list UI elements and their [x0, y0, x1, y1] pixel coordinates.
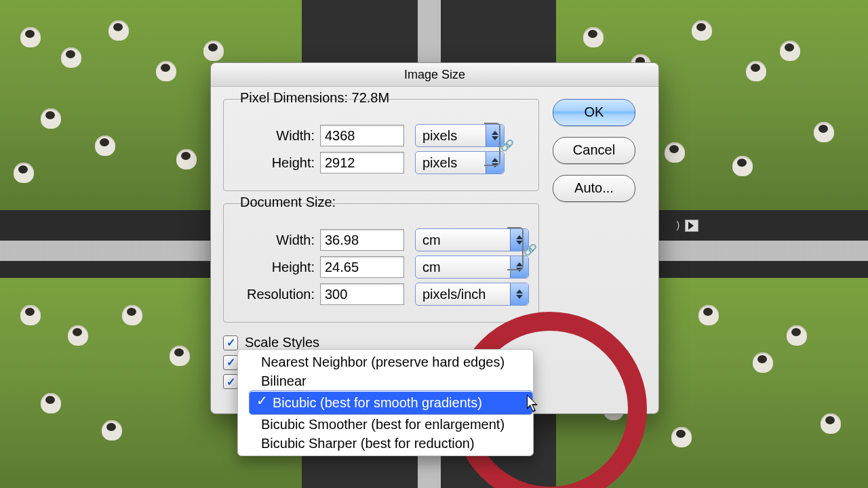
menu-item-bilinear[interactable]: Bilinear [238, 371, 533, 390]
pixel-dimensions-legend: Pixel Dimensions: 72.8M [237, 90, 392, 106]
resolution-input[interactable] [320, 283, 404, 305]
resolution-unit-value: pixels/inch [422, 287, 486, 302]
doc-height-unit-value: cm [422, 260, 441, 275]
px-height-input[interactable] [320, 152, 404, 174]
doc-height-input[interactable] [320, 256, 404, 278]
resolution-label: Resolution: [233, 287, 315, 302]
document-tab-suffix: ) [676, 220, 679, 230]
resolution-unit-select[interactable]: pixels/inch [415, 283, 529, 306]
doc-width-label: Width: [233, 232, 315, 248]
px-height-unit-value: pixels [422, 155, 457, 171]
doc-height-label: Height: [233, 260, 315, 275]
menu-item-bicubic-smoother[interactable]: Bicubic Smoother (best for enlargement) [238, 415, 533, 434]
mouse-cursor-icon [527, 394, 542, 415]
menu-item-nearest-neighbor[interactable]: Nearest Neighbor (preserve hard edges) [238, 352, 533, 371]
play-icon [688, 221, 694, 232]
checkbox-icon: ✓ [223, 336, 238, 350]
scale-styles-label: Scale Styles [245, 335, 319, 350]
scale-styles-checkbox[interactable]: ✓ Scale Styles [223, 335, 539, 350]
auto-button[interactable]: Auto... [553, 175, 635, 202]
checkmark-icon: ✓ [256, 392, 268, 409]
chain-link-icon: 🔗 [524, 243, 537, 256]
checkbox-icon: ✓ [223, 374, 238, 389]
menu-item-bicubic-sharper[interactable]: Bicubic Sharper (best for reduction) [238, 434, 533, 453]
checkbox-icon: ✓ [223, 355, 238, 370]
px-width-label: Width: [233, 128, 315, 144]
doc-width-unit-value: cm [422, 232, 441, 248]
px-width-unit-value: pixels [422, 128, 457, 144]
link-bracket-icon [507, 227, 524, 270]
pixel-dimensions-group: Pixel Dimensions: 72.8M Width: pixels He… [223, 99, 539, 191]
px-width-input[interactable] [320, 125, 404, 146]
document-size-group: Document Size: Width: cm Height: cm [223, 203, 539, 323]
resample-method-menu[interactable]: Nearest Neighbor (preserve hard edges) B… [237, 349, 534, 456]
chain-link-icon: 🔗 [500, 139, 514, 152]
link-bracket-icon [484, 123, 500, 166]
dialog-buttons: OK Cancel Auto... [553, 99, 646, 393]
ok-button[interactable]: OK [553, 99, 635, 126]
px-height-label: Height: [233, 155, 315, 171]
document-size-legend: Document Size: [237, 195, 338, 210]
stepper-arrows-icon [510, 283, 528, 305]
document-tab[interactable]: ) [676, 220, 698, 233]
cancel-button[interactable]: Cancel [553, 137, 635, 164]
doc-width-input[interactable] [320, 229, 404, 251]
menu-item-bicubic[interactable]: ✓Bicubic (best for smooth gradients) [249, 390, 533, 415]
dialog-title: Image Size [211, 63, 658, 87]
